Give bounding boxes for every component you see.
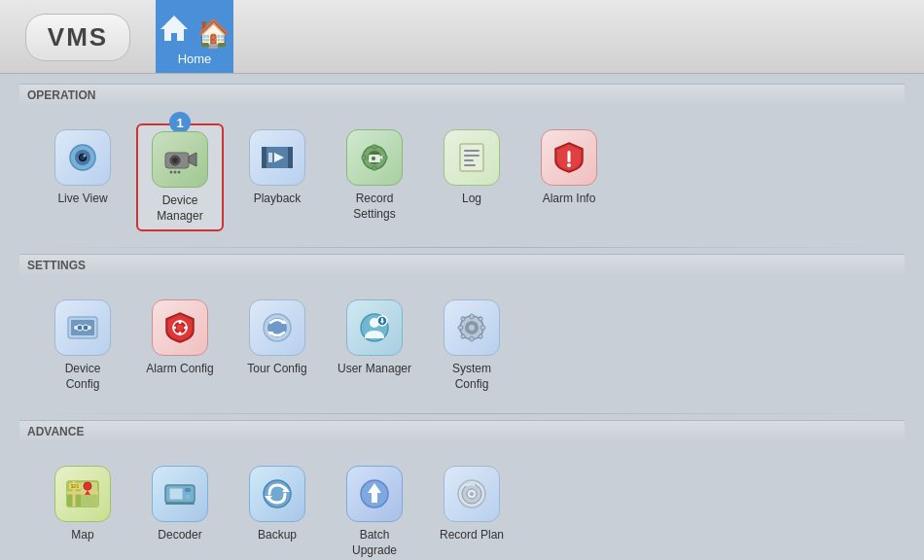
settings-grid: DeviceConfig Alarm Config (19, 284, 905, 407)
sidebar-item-backup[interactable]: Backup (233, 460, 321, 560)
backup-icon-box (249, 466, 305, 522)
home-tab-label: Home (178, 52, 212, 66)
svg-rect-33 (464, 164, 476, 166)
alarm-config-label: Alarm Config (146, 362, 213, 377)
svg-rect-17 (288, 147, 293, 168)
svg-text:$20: $20 (71, 483, 80, 489)
sidebar-item-tour-config[interactable]: Tour Config (233, 294, 321, 398)
map-label: Map (71, 528, 93, 543)
sidebar-item-system-config[interactable]: SystemConfig (428, 294, 515, 398)
record-settings-label: RecordSettings (353, 192, 395, 222)
vms-logo: VMS (0, 0, 156, 74)
svg-rect-16 (262, 147, 267, 168)
sidebar-item-log[interactable]: Log (428, 123, 515, 231)
user-manager-label: User Manager (338, 362, 411, 377)
svg-rect-31 (464, 155, 480, 157)
vms-logo-text: VMS (25, 14, 130, 61)
system-config-icon-box (444, 299, 500, 356)
badge-1: 1 (169, 112, 191, 133)
log-icon (453, 139, 490, 176)
user-manager-icon-box (346, 299, 403, 356)
record-plan-icon (453, 475, 490, 512)
section-advance-label: ADVANCE (19, 420, 905, 442)
svg-rect-77 (185, 488, 191, 492)
svg-rect-46 (184, 327, 188, 330)
user-manager-icon (356, 309, 393, 346)
home-icon: 🏠 (159, 14, 231, 50)
svg-rect-44 (179, 332, 182, 335)
svg-point-88 (470, 492, 474, 496)
svg-rect-43 (179, 320, 182, 324)
record-settings-icon-box (346, 129, 403, 186)
svg-rect-28 (383, 156, 387, 159)
live-view-icon-box (54, 129, 111, 186)
svg-point-13 (174, 171, 177, 174)
live-view-label: Live View (57, 192, 107, 207)
sidebar-item-map[interactable]: $20 Map (39, 460, 126, 560)
sidebar-item-batch-upgrade[interactable]: BatchUpgrade (331, 460, 418, 560)
svg-point-40 (83, 325, 89, 331)
record-plan-label: Record Plan (440, 528, 504, 543)
system-config-icon (453, 309, 490, 346)
top-bar: VMS 🏠 Home (0, 0, 924, 74)
record-plan-icon-box (444, 466, 500, 522)
sidebar-item-playback[interactable]: Playback (233, 123, 321, 231)
batch-upgrade-icon (356, 475, 393, 512)
svg-point-58 (469, 325, 475, 331)
sidebar-item-record-plan[interactable]: Record Plan (428, 460, 515, 560)
backup-icon (259, 475, 296, 512)
svg-rect-76 (169, 488, 183, 500)
section-operation-label: OPERATION (19, 84, 905, 106)
operation-grid: Live View 1 DeviceManager (19, 114, 905, 241)
map-icon: $20 (64, 475, 101, 512)
playback-label: Playback (254, 192, 302, 207)
alarm-config-icon-box (152, 299, 208, 356)
tour-config-label: Tour Config (247, 362, 306, 377)
sidebar-item-record-settings[interactable]: RecordSettings (331, 123, 418, 231)
home-tab[interactable]: 🏠 Home (156, 0, 233, 73)
divider-advance (29, 413, 895, 414)
sidebar-item-alarm-config[interactable]: Alarm Config (136, 294, 224, 398)
device-config-label: DeviceConfig (65, 362, 101, 392)
sidebar-item-device-config[interactable]: DeviceConfig (39, 294, 126, 398)
svg-point-78 (186, 495, 190, 499)
camera-icon (64, 139, 101, 176)
svg-point-12 (170, 171, 173, 174)
sidebar-item-user-manager[interactable]: User Manager (331, 294, 418, 398)
sidebar-item-alarm-info[interactable]: Alarm Info (525, 123, 613, 231)
device-manager-icon (161, 141, 198, 178)
svg-point-24 (372, 157, 375, 160)
svg-point-11 (172, 158, 178, 163)
svg-rect-26 (373, 166, 376, 170)
sidebar-item-device-manager[interactable]: 1 DeviceManager (136, 123, 224, 231)
svg-rect-29 (460, 144, 483, 171)
svg-rect-55 (381, 318, 383, 322)
device-config-icon-box (54, 299, 111, 356)
svg-point-14 (178, 171, 181, 174)
svg-rect-62 (480, 326, 485, 330)
tour-config-icon-box (249, 299, 305, 356)
svg-rect-45 (172, 327, 176, 330)
sidebar-item-decoder[interactable]: Decoder (136, 460, 224, 560)
log-icon-box (444, 129, 500, 186)
device-config-icon (64, 309, 101, 346)
batch-upgrade-icon-box (346, 466, 403, 522)
svg-marker-9 (189, 153, 196, 166)
map-icon-box: $20 (54, 466, 111, 522)
svg-rect-30 (464, 150, 480, 152)
batch-upgrade-label: BatchUpgrade (352, 528, 397, 558)
alarm-config-icon (161, 309, 198, 346)
main-content: OPERATION Live View 1 (0, 74, 924, 560)
svg-rect-59 (470, 314, 474, 319)
svg-rect-27 (362, 156, 366, 159)
decoder-label: Decoder (158, 528, 201, 543)
svg-marker-19 (268, 153, 272, 162)
alarm-info-icon (551, 139, 587, 176)
device-manager-icon-box (152, 131, 208, 188)
playback-icon (259, 139, 296, 176)
advance-grid: $20 Map Decoder (19, 450, 905, 560)
divider-settings (29, 247, 895, 248)
device-manager-label: DeviceManager (157, 193, 202, 224)
sidebar-item-live-view[interactable]: Live View (39, 123, 126, 231)
svg-point-71 (84, 482, 91, 490)
